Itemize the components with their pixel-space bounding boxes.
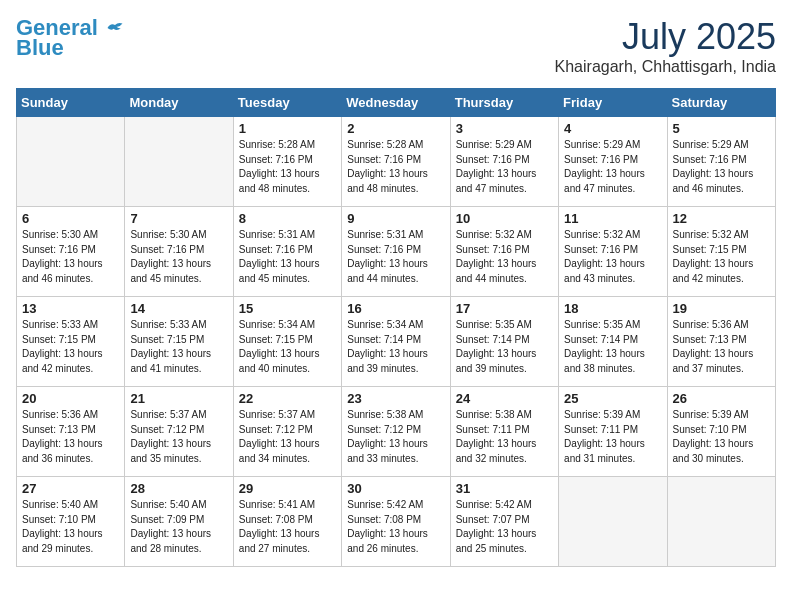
calendar-week-row: 27Sunrise: 5:40 AM Sunset: 7:10 PM Dayli… [17, 477, 776, 567]
weekday-header: Thursday [450, 89, 558, 117]
day-info: Sunrise: 5:41 AM Sunset: 7:08 PM Dayligh… [239, 498, 336, 556]
day-info: Sunrise: 5:42 AM Sunset: 7:07 PM Dayligh… [456, 498, 553, 556]
day-info: Sunrise: 5:35 AM Sunset: 7:14 PM Dayligh… [456, 318, 553, 376]
calendar-day-cell: 2Sunrise: 5:28 AM Sunset: 7:16 PM Daylig… [342, 117, 450, 207]
day-number: 13 [22, 301, 119, 316]
logo-bird-icon [106, 21, 124, 35]
calendar-day-cell: 16Sunrise: 5:34 AM Sunset: 7:14 PM Dayli… [342, 297, 450, 387]
day-info: Sunrise: 5:33 AM Sunset: 7:15 PM Dayligh… [130, 318, 227, 376]
day-info: Sunrise: 5:31 AM Sunset: 7:16 PM Dayligh… [347, 228, 444, 286]
day-info: Sunrise: 5:34 AM Sunset: 7:14 PM Dayligh… [347, 318, 444, 376]
calendar-header-row: SundayMondayTuesdayWednesdayThursdayFrid… [17, 89, 776, 117]
day-info: Sunrise: 5:32 AM Sunset: 7:16 PM Dayligh… [456, 228, 553, 286]
day-number: 5 [673, 121, 770, 136]
day-number: 25 [564, 391, 661, 406]
calendar-day-cell: 25Sunrise: 5:39 AM Sunset: 7:11 PM Dayli… [559, 387, 667, 477]
day-info: Sunrise: 5:28 AM Sunset: 7:16 PM Dayligh… [239, 138, 336, 196]
day-info: Sunrise: 5:39 AM Sunset: 7:10 PM Dayligh… [673, 408, 770, 466]
calendar-day-cell: 6Sunrise: 5:30 AM Sunset: 7:16 PM Daylig… [17, 207, 125, 297]
calendar-day-cell: 30Sunrise: 5:42 AM Sunset: 7:08 PM Dayli… [342, 477, 450, 567]
day-info: Sunrise: 5:29 AM Sunset: 7:16 PM Dayligh… [564, 138, 661, 196]
logo-blue: Blue [16, 36, 64, 60]
calendar-day-cell: 9Sunrise: 5:31 AM Sunset: 7:16 PM Daylig… [342, 207, 450, 297]
day-number: 22 [239, 391, 336, 406]
day-number: 14 [130, 301, 227, 316]
day-info: Sunrise: 5:37 AM Sunset: 7:12 PM Dayligh… [239, 408, 336, 466]
calendar-day-cell: 18Sunrise: 5:35 AM Sunset: 7:14 PM Dayli… [559, 297, 667, 387]
weekday-header: Sunday [17, 89, 125, 117]
weekday-header: Wednesday [342, 89, 450, 117]
calendar-day-cell: 11Sunrise: 5:32 AM Sunset: 7:16 PM Dayli… [559, 207, 667, 297]
day-info: Sunrise: 5:35 AM Sunset: 7:14 PM Dayligh… [564, 318, 661, 376]
day-number: 10 [456, 211, 553, 226]
weekday-header: Friday [559, 89, 667, 117]
day-info: Sunrise: 5:33 AM Sunset: 7:15 PM Dayligh… [22, 318, 119, 376]
calendar-day-cell: 10Sunrise: 5:32 AM Sunset: 7:16 PM Dayli… [450, 207, 558, 297]
day-number: 4 [564, 121, 661, 136]
day-number: 18 [564, 301, 661, 316]
calendar-day-cell: 23Sunrise: 5:38 AM Sunset: 7:12 PM Dayli… [342, 387, 450, 477]
day-info: Sunrise: 5:29 AM Sunset: 7:16 PM Dayligh… [456, 138, 553, 196]
calendar-week-row: 13Sunrise: 5:33 AM Sunset: 7:15 PM Dayli… [17, 297, 776, 387]
day-info: Sunrise: 5:30 AM Sunset: 7:16 PM Dayligh… [22, 228, 119, 286]
calendar-day-cell [667, 477, 775, 567]
calendar-week-row: 1Sunrise: 5:28 AM Sunset: 7:16 PM Daylig… [17, 117, 776, 207]
calendar-day-cell: 27Sunrise: 5:40 AM Sunset: 7:10 PM Dayli… [17, 477, 125, 567]
day-number: 30 [347, 481, 444, 496]
day-number: 15 [239, 301, 336, 316]
day-info: Sunrise: 5:32 AM Sunset: 7:15 PM Dayligh… [673, 228, 770, 286]
day-number: 20 [22, 391, 119, 406]
day-info: Sunrise: 5:30 AM Sunset: 7:16 PM Dayligh… [130, 228, 227, 286]
calendar-day-cell: 28Sunrise: 5:40 AM Sunset: 7:09 PM Dayli… [125, 477, 233, 567]
day-number: 1 [239, 121, 336, 136]
day-number: 8 [239, 211, 336, 226]
calendar-week-row: 6Sunrise: 5:30 AM Sunset: 7:16 PM Daylig… [17, 207, 776, 297]
day-number: 29 [239, 481, 336, 496]
day-info: Sunrise: 5:31 AM Sunset: 7:16 PM Dayligh… [239, 228, 336, 286]
day-info: Sunrise: 5:39 AM Sunset: 7:11 PM Dayligh… [564, 408, 661, 466]
calendar-day-cell: 7Sunrise: 5:30 AM Sunset: 7:16 PM Daylig… [125, 207, 233, 297]
calendar-day-cell: 20Sunrise: 5:36 AM Sunset: 7:13 PM Dayli… [17, 387, 125, 477]
calendar-day-cell: 22Sunrise: 5:37 AM Sunset: 7:12 PM Dayli… [233, 387, 341, 477]
day-number: 16 [347, 301, 444, 316]
title-block: July 2025 Khairagarh, Chhattisgarh, Indi… [555, 16, 776, 76]
day-info: Sunrise: 5:37 AM Sunset: 7:12 PM Dayligh… [130, 408, 227, 466]
day-number: 26 [673, 391, 770, 406]
month-year: July 2025 [555, 16, 776, 58]
calendar-day-cell: 19Sunrise: 5:36 AM Sunset: 7:13 PM Dayli… [667, 297, 775, 387]
weekday-header: Monday [125, 89, 233, 117]
day-number: 6 [22, 211, 119, 226]
calendar-day-cell: 24Sunrise: 5:38 AM Sunset: 7:11 PM Dayli… [450, 387, 558, 477]
calendar-day-cell [17, 117, 125, 207]
day-number: 19 [673, 301, 770, 316]
day-number: 7 [130, 211, 227, 226]
day-info: Sunrise: 5:38 AM Sunset: 7:11 PM Dayligh… [456, 408, 553, 466]
day-number: 31 [456, 481, 553, 496]
day-info: Sunrise: 5:40 AM Sunset: 7:09 PM Dayligh… [130, 498, 227, 556]
calendar-day-cell [125, 117, 233, 207]
day-number: 27 [22, 481, 119, 496]
calendar-day-cell: 8Sunrise: 5:31 AM Sunset: 7:16 PM Daylig… [233, 207, 341, 297]
weekday-header: Tuesday [233, 89, 341, 117]
day-info: Sunrise: 5:42 AM Sunset: 7:08 PM Dayligh… [347, 498, 444, 556]
day-number: 11 [564, 211, 661, 226]
calendar-day-cell: 17Sunrise: 5:35 AM Sunset: 7:14 PM Dayli… [450, 297, 558, 387]
day-number: 3 [456, 121, 553, 136]
page-header: General Blue July 2025 Khairagarh, Chhat… [16, 16, 776, 76]
day-number: 12 [673, 211, 770, 226]
day-info: Sunrise: 5:34 AM Sunset: 7:15 PM Dayligh… [239, 318, 336, 376]
day-info: Sunrise: 5:38 AM Sunset: 7:12 PM Dayligh… [347, 408, 444, 466]
location: Khairagarh, Chhattisgarh, India [555, 58, 776, 76]
day-info: Sunrise: 5:40 AM Sunset: 7:10 PM Dayligh… [22, 498, 119, 556]
calendar-day-cell: 31Sunrise: 5:42 AM Sunset: 7:07 PM Dayli… [450, 477, 558, 567]
calendar-day-cell: 14Sunrise: 5:33 AM Sunset: 7:15 PM Dayli… [125, 297, 233, 387]
calendar-day-cell: 3Sunrise: 5:29 AM Sunset: 7:16 PM Daylig… [450, 117, 558, 207]
day-info: Sunrise: 5:28 AM Sunset: 7:16 PM Dayligh… [347, 138, 444, 196]
day-number: 9 [347, 211, 444, 226]
calendar-week-row: 20Sunrise: 5:36 AM Sunset: 7:13 PM Dayli… [17, 387, 776, 477]
calendar-table: SundayMondayTuesdayWednesdayThursdayFrid… [16, 88, 776, 567]
calendar-day-cell: 26Sunrise: 5:39 AM Sunset: 7:10 PM Dayli… [667, 387, 775, 477]
weekday-header: Saturday [667, 89, 775, 117]
day-info: Sunrise: 5:36 AM Sunset: 7:13 PM Dayligh… [22, 408, 119, 466]
day-info: Sunrise: 5:29 AM Sunset: 7:16 PM Dayligh… [673, 138, 770, 196]
